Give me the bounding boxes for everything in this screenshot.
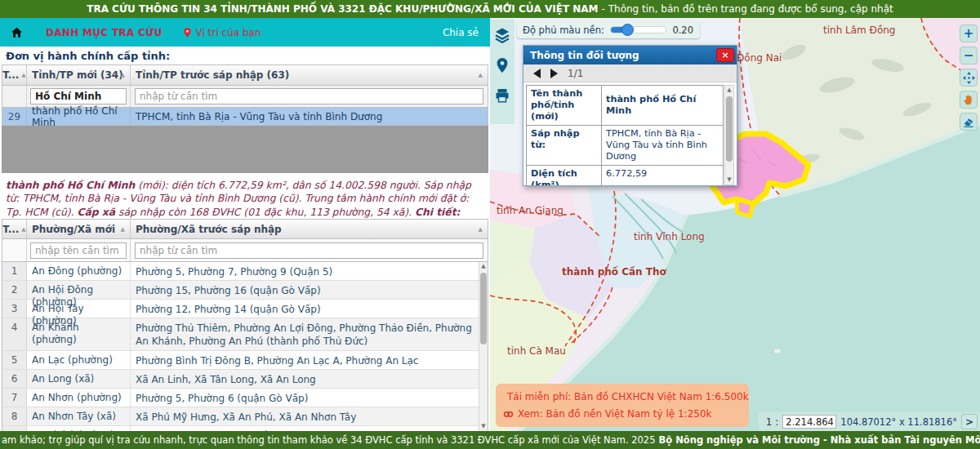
map-label-dong-nai: Đồng Nai: [737, 52, 782, 64]
close-icon[interactable]: ×: [716, 48, 734, 62]
table-row[interactable]: 7An Nhơn (phường)Phường 5, Phường 6 (quậ…: [2, 389, 488, 407]
province-name: thành phố Hồ Chí Minh: [6, 180, 135, 191]
app-title-bar: TRA CỨU THÔNG TIN 34 TỈNH/THÀNH PHỐ VÀ 3…: [0, 0, 980, 18]
dialog-pager: 1/1: [523, 64, 737, 82]
dialog-title-bar[interactable]: Thông tin đối tượng ×: [523, 46, 737, 64]
footer-text: am khảo; trợ giúp quí vị tra cứu nhanh, …: [2, 434, 656, 446]
ward-old-filter-input[interactable]: [135, 242, 483, 259]
province-new-filter-input[interactable]: [30, 88, 127, 104]
erase-button[interactable]: [960, 113, 978, 131]
nav-item-danh-muc-tra-cuu[interactable]: DANH MỤC TRA CỨU: [46, 27, 162, 38]
province-row-index: 29: [2, 108, 27, 125]
hand-icon: [962, 93, 975, 106]
ward-table-scrollbar[interactable]: ▲ ▼: [479, 262, 488, 431]
scale-coords-bar: 1 : 104.87012° x 11.81816° >: [759, 412, 980, 431]
island-dot: [774, 349, 781, 353]
collapse-bar-button[interactable]: >: [961, 414, 978, 429]
ward-table-body: 1An Đông (phường)Phường 5, Phường 7, Phư…: [2, 262, 488, 431]
ward-col-index[interactable]: T...▲: [2, 220, 27, 238]
scrollbar-thumb[interactable]: [726, 96, 733, 162]
ward-table-header: T...▲ Phường/Xã mới▲ Phường/Xã trước sáp…: [2, 219, 488, 239]
province-row-selected[interactable]: 29 thành phố Hồ Chí Minh TPHCM, tỉnh Bà …: [2, 108, 488, 126]
province-row-old: TPHCM, tỉnh Bà Rịa - Vũng Tàu và tỉnh Bì…: [131, 108, 488, 125]
map-marker-icon: [183, 27, 192, 38]
cursor-coordinates: 104.87012° x 11.81816°: [840, 416, 957, 428]
scrollbar-thumb[interactable]: [480, 273, 487, 345]
filter-spacer: [2, 239, 27, 261]
opacity-slider-handle[interactable]: [621, 24, 634, 36]
scale-input[interactable]: [782, 415, 836, 429]
basemap-opacity-control: Độ phủ màu nền: 0.20: [517, 21, 700, 38]
nav-item-your-location[interactable]: Vị trí của bạn: [183, 27, 261, 38]
province-section-heading: Đơn vị hành chính cấp tỉnh:: [2, 47, 488, 64]
dialog-body: Tên thành phố/tỉnh (mới)thành phố Hồ Chí…: [523, 82, 737, 185]
table-row[interactable]: 5An Lạc (phường)Phường Bình Trị Đông B, …: [2, 351, 488, 370]
eraser-icon: [962, 115, 975, 128]
province-description: thành phố Hồ Chí Minh (mới): diện tích 6…: [2, 173, 488, 219]
app-subtitle: - Thông tin, bản đồ trên trang đang được…: [602, 3, 893, 15]
feature-info-dialog: Thông tin đối tượng × 1/1 Tên thành phố/…: [523, 45, 737, 186]
sort-asc-icon: ▲: [121, 226, 125, 233]
map-canvas[interactable]: tỉnh Lâm Đồng Đồng Nai tỉnh An Giang tỉn…: [490, 18, 980, 431]
sort-asc-icon: ▲: [21, 72, 25, 78]
scroll-up-icon[interactable]: ▲: [725, 86, 733, 95]
province-old-filter-input[interactable]: [135, 88, 483, 104]
table-row[interactable]: 8An Nhơn Tây (xã)Xã Phú Mỹ Hưng, Xã An P…: [2, 407, 488, 426]
ward-col-old[interactable]: Phường/Xã trước sáp nhập▲: [131, 220, 488, 238]
filter-spacer: [2, 86, 27, 107]
download-links-box: Tải miễn phí: Bản đồ CHXHCN Việt Nam 1:6…: [496, 384, 749, 427]
map-label-can-tho: thành phố Cần Thơ: [562, 266, 666, 278]
location-pin-icon[interactable]: [494, 57, 510, 73]
attribute-row: Sáp nhập từ:TPHCM, tỉnh Bà Rịa - Vũng Tà…: [527, 126, 723, 166]
detail-link[interactable]: Chi tiết:: [415, 207, 461, 218]
province-col-old[interactable]: Tỉnh/TP trước sáp nhập (63)▲: [131, 65, 488, 85]
dialog-scrollbar[interactable]: ▲ ▼: [724, 85, 734, 185]
app-title: TRA CỨU THÔNG TIN 34 TỈNH/THÀNH PHỐ VÀ 3…: [87, 3, 598, 15]
province-col-new[interactable]: Tỉnh/TP mới (34)▲: [27, 65, 131, 85]
dialog-title: Thông tin đối tượng: [530, 50, 639, 61]
table-row[interactable]: 1An Đông (phường)Phường 5, Phường 7, Phư…: [2, 262, 488, 281]
prev-feature-icon[interactable]: [533, 69, 541, 78]
nav-bar: DANH MỤC TRA CỨU Vị trí của bạn Chia sẻ: [0, 18, 490, 47]
move-icon: [962, 71, 976, 85]
ward-new-filter-input[interactable]: [30, 242, 127, 259]
sort-asc-icon: ▲: [479, 72, 483, 78]
zoom-in-button[interactable]: +: [960, 24, 978, 42]
attribute-table: Tên thành phố/tỉnh (mới)thành phố Hồ Chí…: [526, 85, 724, 185]
panel-content: Đơn vị hành chính cấp tỉnh: T...▲ Tỉnh/T…: [0, 47, 490, 431]
sort-asc-icon: ▲: [21, 226, 25, 233]
table-row[interactable]: 3An Hội Tây (phường)Phường 12, Phường 14…: [2, 300, 488, 318]
zoom-out-button[interactable]: −: [960, 47, 978, 64]
empty-results-area: [2, 126, 488, 173]
table-row[interactable]: 4An Khánh (phường)Phường Thủ Thiêm, Phườ…: [2, 318, 488, 351]
next-feature-icon[interactable]: [550, 69, 558, 78]
province-col-index[interactable]: T...▲: [2, 65, 27, 85]
opacity-slider-track[interactable]: [610, 26, 667, 33]
opacity-label: Độ phủ màu nền:: [523, 24, 604, 36]
ward-col-new[interactable]: Phường/Xã mới▲: [27, 220, 131, 238]
sort-asc-icon: ▲: [479, 226, 483, 233]
scroll-up-icon[interactable]: ▲: [479, 262, 488, 271]
scroll-down-icon[interactable]: ▼: [479, 422, 488, 431]
print-icon[interactable]: [494, 87, 510, 104]
sort-asc-icon: ▲: [121, 72, 125, 78]
home-button[interactable]: [10, 26, 28, 38]
table-row[interactable]: 2An Hội Đông (phường)Phường 15, Phường 1…: [2, 281, 488, 300]
map-tool-strip: [490, 20, 514, 124]
map-label-vinh-long: tỉnh Vĩnh Long: [634, 231, 705, 242]
province-row-new: thành phố Hồ Chí Minh: [27, 108, 131, 125]
layers-icon[interactable]: [494, 27, 510, 43]
map-label-lam-dong: tỉnh Lâm Đồng: [823, 24, 895, 36]
pan-hand-button[interactable]: [960, 91, 978, 109]
download-map-link[interactable]: Tải miễn phí: Bản đồ CHXHCN Việt Nam 1:6…: [503, 391, 742, 402]
map-zoom-tools: + −: [960, 24, 978, 131]
view-basemap-link[interactable]: Xem: Bản đồ nền Việt Nam tỷ lệ 1:250k: [503, 408, 742, 420]
selected-region-can-gio-tip[interactable]: [737, 199, 753, 216]
link-icon: [503, 409, 514, 420]
pan-button[interactable]: [960, 69, 978, 87]
scroll-down-icon[interactable]: ▼: [725, 176, 733, 184]
attribute-row: Tên thành phố/tỉnh (mới)thành phố Hồ Chí…: [527, 86, 723, 126]
share-button[interactable]: Chia sẻ: [443, 27, 479, 38]
lookup-panel: DANH MỤC TRA CỨU Vị trí của bạn Chia sẻ …: [0, 18, 490, 431]
table-row[interactable]: 6An Long (xã)Xã An Linh, Xã Tân Long, Xã…: [2, 370, 488, 389]
